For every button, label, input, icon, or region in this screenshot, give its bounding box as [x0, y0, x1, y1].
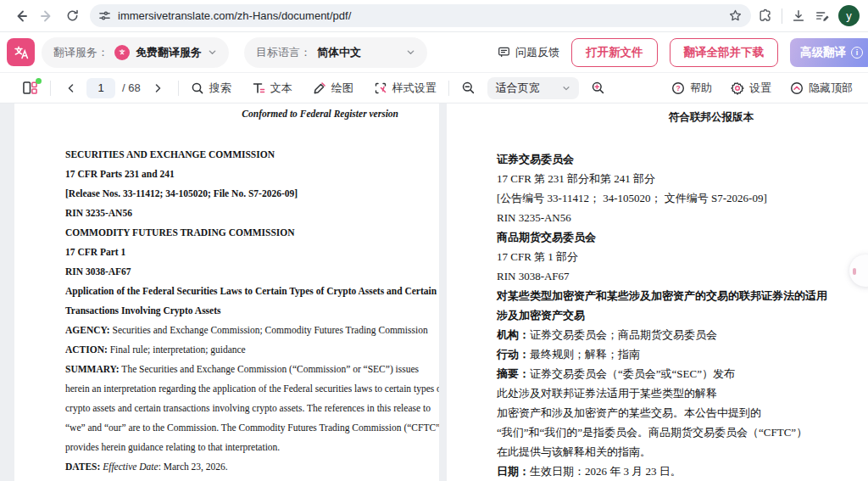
doc-line: Application of the Federal Securities La…: [65, 282, 398, 301]
target-language-label: 目标语言：: [256, 45, 311, 60]
thumbnail-panel-toggle[interactable]: [22, 81, 38, 95]
browser-actions: y: [758, 5, 860, 26]
pdf-toolbar: 1 / 68 搜索 文本 绘图 样式设置: [0, 73, 868, 103]
service-value: 免费翻译服务: [136, 45, 202, 60]
page-gap: [439, 103, 447, 481]
doc-line: “我们”和“我们的”是指委员会。商品期货交易委员会（“CFTC”）: [497, 422, 851, 442]
service-provider-icon: [114, 45, 130, 60]
target-language-value: 简体中文: [317, 45, 361, 60]
style-settings-button[interactable]: 样式设置: [374, 81, 437, 96]
doc-line: 商品期货交易委员会: [497, 227, 851, 247]
feedback-button[interactable]: 问题反馈: [498, 45, 559, 60]
doc-line: SUMMARY: The Securities and Exchange Com…: [65, 360, 398, 379]
translate-actions: 问题反馈 打开新文件 翻译全部并下载 高级翻译 i: [498, 38, 861, 67]
page-number-input[interactable]: 1: [86, 78, 115, 98]
svg-text:?: ?: [676, 84, 680, 92]
doc-line: 17 CFR 第 1 部分: [497, 247, 851, 266]
doc-line: herein an interpretation regarding the a…: [65, 379, 398, 399]
hide-top-button[interactable]: 隐藏顶部: [790, 81, 853, 96]
translate-all-download-button[interactable]: 翻译全部并下载: [670, 38, 779, 67]
doc-line: [公告编号 33-11412； 34-105020； 文件编号 S7-2026-…: [497, 188, 851, 208]
doc-line: RIN 3038-AF67: [497, 266, 851, 286]
doc-line: 对某些类型加密资产和某些涉及加密资产的交易的联邦证券法的适用: [497, 286, 851, 305]
browser-toolbar: immersivetranslate.com/zh-Hans/document/…: [0, 0, 868, 32]
doc-line: 此处涉及对联邦证券法适用于某些类型的解释: [497, 383, 851, 403]
feedback-icon: [498, 46, 510, 59]
original-page: Conformed to Federal Register version SE…: [14, 103, 439, 481]
doc-line: RIN 3038-AF67: [65, 262, 398, 282]
address-bar[interactable]: immersivetranslate.com/zh-Hans/document/…: [90, 4, 751, 27]
text-tool-button[interactable]: 文本: [252, 81, 292, 96]
chevron-down-icon: [562, 84, 570, 92]
doc-line: RIN 3235-AN56: [497, 208, 851, 227]
draw-tool-label: 绘图: [331, 81, 353, 96]
browser-window: immersivetranslate.com/zh-Hans/document/…: [0, 0, 868, 481]
page-header-note: 符合联邦公报版本: [497, 110, 754, 125]
doc-line: crypto assets and certain transactions i…: [65, 399, 398, 418]
doc-line: 加密资产和涉及加密资产的某些交易。本公告中提到的: [497, 403, 851, 422]
profile-avatar[interactable]: y: [838, 5, 860, 26]
bookmark-star-icon[interactable]: [728, 8, 743, 23]
next-page-icon[interactable]: [149, 83, 166, 93]
target-language-select[interactable]: 目标语言： 简体中文: [244, 37, 427, 68]
site-settings-icon[interactable]: [98, 9, 111, 22]
draw-tool-button[interactable]: 绘图: [313, 81, 353, 96]
previous-page-icon[interactable]: [63, 83, 80, 93]
doc-line: 17 CFR Part 1: [65, 243, 398, 262]
translate-toolbar: 翻译服务： 免费翻译服务 目标语言： 简体中文 问题反馈 打开新文件: [0, 32, 868, 73]
doc-line: 17 CFR 第 231 部分和第 241 部分: [497, 169, 851, 188]
search-label: 搜索: [209, 81, 231, 96]
hide-top-label: 隐藏顶部: [809, 81, 853, 96]
chevron-down-icon: [406, 48, 415, 57]
advanced-translate-label: 高级翻译: [800, 45, 846, 60]
doc-line: 17 CFR Parts 231 and 241: [65, 165, 398, 184]
style-settings-label: 样式设置: [392, 81, 437, 96]
settings-label: 设置: [749, 81, 771, 96]
doc-line: “we” and “our” are to the Commission. Th…: [65, 418, 398, 438]
text-tool-label: 文本: [270, 81, 292, 96]
translate-service-select[interactable]: 翻译服务： 免费翻译服务: [42, 37, 229, 68]
doc-line: 涉及加密资产交易: [497, 305, 851, 325]
doc-line: Transactions Involving Crypto Assets: [65, 301, 398, 321]
forward-icon[interactable]: [34, 3, 59, 29]
doc-line: 日期：生效日期：2026 年 3 月 23 日。: [497, 461, 851, 481]
zoom-mode-value: 适合页宽: [496, 81, 540, 96]
settings-button[interactable]: 设置: [731, 81, 771, 96]
zoom-out-icon[interactable]: [461, 81, 476, 95]
notification-dot: [36, 78, 42, 84]
doc-line: [Release Nos. 33-11412; 34-105020; File …: [65, 184, 398, 204]
translated-text-block: 证券交易委员会17 CFR 第 231 部分和第 241 部分[公告编号 33-…: [497, 149, 851, 481]
open-new-file-button[interactable]: 打开新文件: [571, 38, 658, 67]
doc-line: SECURITIES AND EXCHANGE COMMISSION: [65, 145, 398, 165]
reading-list-icon[interactable]: [815, 8, 830, 24]
zoom-in-icon[interactable]: [591, 81, 605, 95]
info-icon: i: [851, 47, 863, 59]
doc-line: ACTION: Final rule; interpretation; guid…: [65, 340, 398, 360]
advanced-translate-button[interactable]: 高级翻译 i: [790, 38, 868, 67]
reload-icon[interactable]: [59, 3, 85, 29]
doc-line: 证券交易委员会: [497, 149, 851, 169]
page-header-note: Conformed to Federal Register version: [65, 109, 398, 119]
url-text[interactable]: immersivetranslate.com/zh-Hans/document/…: [118, 9, 721, 22]
back-icon[interactable]: [8, 3, 34, 29]
doc-line: 在此提供与该解释相关的指南。: [497, 442, 851, 461]
zoom-mode-select[interactable]: 适合页宽: [487, 77, 579, 99]
download-icon[interactable]: [791, 8, 806, 24]
search-button[interactable]: 搜索: [191, 81, 231, 96]
doc-line: 行动：最终规则；解释；指南: [497, 344, 851, 364]
extensions-icon[interactable]: [758, 8, 773, 24]
help-button[interactable]: ? 帮助: [671, 81, 712, 96]
doc-line: AGENCY: Securities and Exchange Commissi…: [65, 321, 398, 340]
chevron-down-icon: [208, 48, 217, 57]
doc-line: RIN 3235-AN56: [65, 204, 398, 223]
feedback-label: 问题反馈: [515, 45, 559, 60]
doc-line: 机构：证券交易委员会；商品期货交易委员会: [497, 325, 851, 344]
page-total: / 68: [122, 81, 141, 94]
doc-line: provides herein guidance relating to tha…: [65, 438, 398, 457]
doc-line: DATES: Effective Date: March 23, 2026.: [65, 457, 398, 477]
immersive-translate-logo-icon[interactable]: [7, 38, 35, 66]
pdf-viewer: Conformed to Federal Register version SE…: [0, 103, 868, 481]
toolbar-divider: [782, 8, 782, 24]
help-label: 帮助: [690, 81, 712, 96]
doc-line: 摘要：证券交易委员会（“委员会”或“SEC”）发布: [497, 364, 851, 383]
